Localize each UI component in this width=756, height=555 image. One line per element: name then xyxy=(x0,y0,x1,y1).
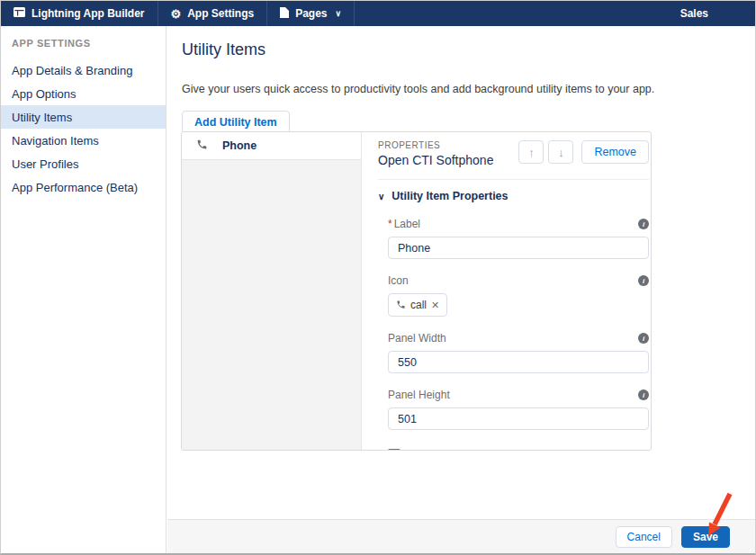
panel-width-input[interactable] xyxy=(388,351,649,373)
save-button[interactable]: Save xyxy=(681,526,730,548)
info-icon[interactable]: i xyxy=(638,450,649,451)
page-icon xyxy=(280,7,289,21)
up-arrow-icon: ↑ xyxy=(528,146,535,159)
sidebar-item-app-options[interactable]: App Options xyxy=(1,82,166,105)
info-icon[interactable]: i xyxy=(638,219,649,229)
start-automatically-label: Start automatically xyxy=(408,449,500,451)
panel-width-field: Panel Width i xyxy=(378,332,649,373)
phone-icon xyxy=(196,138,208,154)
sidebar-item-utility-items[interactable]: Utility Items xyxy=(1,105,166,129)
app-builder-icon xyxy=(14,7,25,20)
utility-item-list: Phone xyxy=(182,132,362,450)
properties-panel: PROPERTIES Open CTI Softphone ↑ ↓ Remove… xyxy=(362,132,652,450)
utility-item-properties-section[interactable]: ∨ Utility Item Properties xyxy=(378,190,649,202)
current-app-name: Sales xyxy=(680,1,708,26)
footer-bar: Cancel Save xyxy=(167,519,755,553)
panel-height-input[interactable] xyxy=(388,407,649,430)
settings-sidebar: APP SETTINGS App Details & Branding App … xyxy=(1,26,166,553)
info-icon[interactable]: i xyxy=(638,333,649,344)
label-field-label: *Label xyxy=(388,218,420,230)
remove-button[interactable]: Remove xyxy=(581,140,649,164)
phone-icon xyxy=(396,297,406,313)
gear-icon: ⚙ xyxy=(171,8,182,20)
start-automatically-field: ✓ Start automatically i xyxy=(378,449,649,451)
cancel-button[interactable]: Cancel xyxy=(616,526,672,548)
sidebar-heading: APP SETTINGS xyxy=(1,38,166,49)
chip-label: call xyxy=(410,299,427,311)
section-title: Utility Item Properties xyxy=(392,190,508,202)
move-up-button[interactable]: ↑ xyxy=(518,140,544,164)
label-input[interactable] xyxy=(388,237,649,259)
chevron-down-icon: ∨ xyxy=(336,9,342,18)
utility-item-phone[interactable]: Phone xyxy=(182,132,361,160)
properties-divider xyxy=(378,179,649,180)
tab-label: Pages xyxy=(295,7,327,20)
sidebar-item-app-performance[interactable]: App Performance (Beta) xyxy=(1,175,166,199)
tab-app-settings[interactable]: ⚙ App Settings xyxy=(158,1,268,26)
sidebar-item-navigation-items[interactable]: Navigation Items xyxy=(1,129,166,152)
properties-title: Open CTI Softphone xyxy=(378,153,493,167)
info-icon[interactable]: i xyxy=(638,389,649,400)
page-title: Utility Items xyxy=(182,40,755,59)
info-icon[interactable]: i xyxy=(638,275,649,286)
panel-height-field: Panel Height i xyxy=(378,389,649,430)
move-down-button[interactable]: ↓ xyxy=(548,140,573,164)
tab-label: Lightning App Builder xyxy=(32,7,145,20)
panel-height-label: Panel Height xyxy=(388,389,450,401)
sidebar-item-user-profiles[interactable]: User Profiles xyxy=(1,152,166,175)
tab-pages[interactable]: Pages ∨ xyxy=(267,1,355,26)
close-icon[interactable]: ✕ xyxy=(431,300,439,311)
page-description: Give your users quick access to producti… xyxy=(182,83,755,95)
tab-label: App Settings xyxy=(187,7,254,20)
section-chevron-icon: ∨ xyxy=(378,192,384,201)
icon-field: Icon i call ✕ xyxy=(378,274,649,317)
utility-items-card: Phone PROPERTIES Open CTI Softphone ↑ ↓ … xyxy=(181,131,652,451)
required-asterisk: * xyxy=(388,218,392,230)
lightning-app-builder-window: Lightning App Builder ⚙ App Settings Pag… xyxy=(0,0,756,555)
main-content: Utility Items Give your users quick acce… xyxy=(167,26,755,553)
tab-lightning-app-builder[interactable]: Lightning App Builder xyxy=(1,1,158,26)
label-field: *Label i xyxy=(378,218,649,259)
sidebar-item-app-details-branding[interactable]: App Details & Branding xyxy=(1,58,166,82)
top-navbar: Lightning App Builder ⚙ App Settings Pag… xyxy=(1,1,755,26)
panel-width-label: Panel Width xyxy=(388,332,446,345)
icon-chip-call[interactable]: call ✕ xyxy=(388,293,447,317)
down-arrow-icon: ↓ xyxy=(558,146,564,159)
start-automatically-checkbox[interactable]: ✓ xyxy=(388,449,400,451)
icon-field-label: Icon xyxy=(388,274,409,287)
properties-eyebrow: PROPERTIES xyxy=(378,140,493,150)
utility-item-label: Phone xyxy=(222,139,256,152)
